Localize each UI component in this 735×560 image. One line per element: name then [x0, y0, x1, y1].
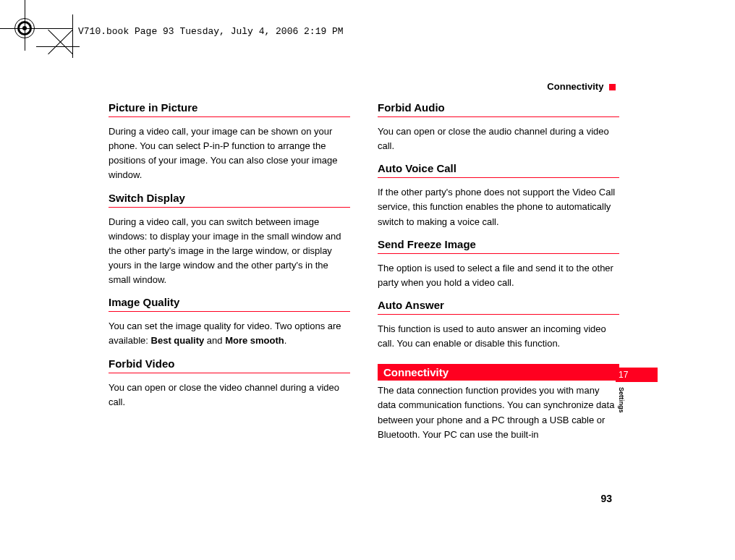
para-auto-voice-call: If the other party's phone does not supp…: [378, 185, 619, 229]
running-header-text: Connectivity: [547, 81, 603, 92]
heading-switch-display: Switch Display: [109, 192, 350, 208]
heading-send-freeze-image: Send Freeze Image: [378, 238, 619, 254]
iq-bold-1: Best quality: [151, 335, 205, 346]
para-pip: During a video call, your image can be s…: [109, 124, 350, 183]
header-marker-icon: [609, 84, 616, 90]
heading-forbid-video: Forbid Video: [109, 357, 350, 373]
heading-auto-answer: Auto Answer: [378, 299, 619, 315]
side-label-settings: Settings: [618, 387, 625, 413]
book-annotation: V710.book Page 93 Tuesday, July 4, 2006 …: [78, 26, 344, 37]
right-column: Forbid Audio You can open or close the a…: [378, 101, 619, 446]
running-header: Connectivity: [547, 81, 616, 92]
iq-text-end: .: [284, 335, 287, 346]
para-connectivity: The data connection function provides yo…: [378, 383, 619, 442]
left-column: Picture in Picture During a video call, …: [109, 101, 350, 446]
side-tab: 17: [616, 368, 658, 382]
iq-bold-2: More smooth: [225, 335, 284, 346]
page-number: 93: [600, 493, 612, 504]
heading-auto-voice-call: Auto Voice Call: [378, 162, 619, 178]
heading-picture-in-picture: Picture in Picture: [109, 101, 350, 117]
para-auto-answer: This function is used to auto answer an …: [378, 322, 619, 351]
heading-forbid-audio: Forbid Audio: [378, 101, 619, 117]
heading-image-quality: Image Quality: [109, 296, 350, 312]
content-area: Picture in Picture During a video call, …: [109, 101, 619, 446]
para-image-quality: You can set the image quality for video.…: [109, 319, 350, 348]
section-connectivity: Connectivity: [378, 364, 619, 381]
para-forbid-video: You can open or close the video channel …: [109, 381, 350, 410]
para-send-freeze-image: The option is used to select a file and …: [378, 261, 619, 290]
para-forbid-audio: You can open or close the audio channel …: [378, 124, 619, 153]
para-switch-display: During a video call, you can switch betw…: [109, 215, 350, 288]
iq-text-and: and: [204, 335, 225, 346]
